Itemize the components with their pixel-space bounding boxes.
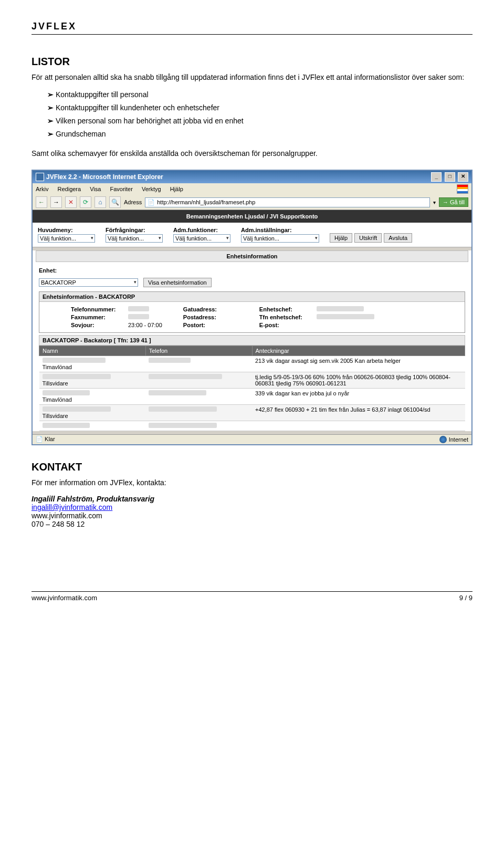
redacted-name <box>43 406 111 412</box>
th-ant: Anteckningar <box>252 346 465 356</box>
listor-bullets: Kontaktuppgifter till personal Kontaktup… <box>32 89 472 140</box>
table-caption: BACKATORP - Backatorp [ Tfn: 139 41 ] <box>39 335 465 346</box>
address-input[interactable]: 📄 http://herman/nhl_ljusdal/frameset.php <box>145 197 430 207</box>
go-button[interactable]: → Gå till <box>439 197 468 207</box>
utskrift-button[interactable]: Utskrift <box>354 233 382 243</box>
row-sub: Tillsvidare <box>43 380 68 386</box>
row-note: +42,87 flex 060930 + 21 tim flex från Ju… <box>252 405 465 421</box>
redacted-name <box>43 374 111 379</box>
stop-button[interactable]: ✕ <box>65 196 77 208</box>
listor-intro: För att personalen alltid ska ha snabb t… <box>32 72 472 83</box>
footer-url: www.jvinformatik.com <box>32 594 97 602</box>
close-button[interactable]: ✕ <box>458 172 468 182</box>
table-row: Timavlönad 213 vik dagar avsagt sig sem.… <box>39 356 465 372</box>
row-note: tj.ledig 5/9-05-19/3-06 60% 100% från 06… <box>252 372 465 389</box>
redacted-name <box>43 390 90 395</box>
go-arrow-icon: → <box>443 199 448 205</box>
th-telefon: Telefon <box>145 346 252 356</box>
forfragningar-select[interactable]: Välj funktion... <box>106 234 163 243</box>
admfunktioner-select[interactable]: Välj funktion... <box>173 234 230 243</box>
huvudmeny-select[interactable]: Välj funktion... <box>38 234 95 243</box>
info-val: 23:00 - 07:00 <box>128 322 162 328</box>
th-namn: Namn <box>39 346 146 356</box>
footer-page: 9 / 9 <box>459 594 472 602</box>
redacted-value <box>317 314 374 319</box>
table-row: Tillsvidare +42,87 flex 060930 + 21 tim … <box>39 405 465 421</box>
window-title: JVFlex 2.2 - Microsoft Internet Explorer <box>46 173 163 181</box>
ie-toolbar: ← → ✕ ⟳ ⌂ 🔍 Adress 📄 http://herman/nhl_l… <box>33 195 471 210</box>
refresh-button[interactable]: ⟳ <box>80 196 91 208</box>
kontakt-email[interactable]: ingalill@jvinformatik.com <box>32 503 112 511</box>
table-row: Timavlönad 339 vik dagar kan ev jobba ju… <box>39 389 465 405</box>
list-item: Grundscheman <box>47 129 472 140</box>
app-nav: Huvudmeny: Välj funktion... Förfrågninga… <box>33 223 471 247</box>
menu-arkiv[interactable]: Arkiv <box>36 186 48 192</box>
info-lab: Postort: <box>183 322 238 328</box>
internet-icon <box>439 436 447 443</box>
table-row <box>39 421 465 431</box>
menu-redigera[interactable]: Redigera <box>58 186 81 192</box>
kontakt-phone: 070 – 248 58 12 <box>32 520 85 528</box>
page-footer: www.jvinformatik.com 9 / 9 <box>32 591 472 602</box>
done-icon: 📄 <box>36 436 43 442</box>
enhet-select[interactable]: BACKATORP <box>39 278 138 287</box>
listor-heading: LISTOR <box>32 56 472 68</box>
window-buttons: _ □ ✕ <box>430 172 468 182</box>
redacted-name <box>43 423 90 428</box>
address-dropdown-icon[interactable]: ▾ <box>433 200 436 205</box>
back-button[interactable]: ← <box>36 196 47 208</box>
go-label: Gå till <box>450 199 465 205</box>
staff-table: Namn Telefon Anteckningar Timavlönad 213… <box>39 346 465 431</box>
redacted-value <box>317 306 364 311</box>
app-header: Bemanningsenheten Ljusdal / JVI Supportk… <box>33 210 471 223</box>
info-lab: Telefonnummer: <box>71 306 126 312</box>
ie-titlebar: JVFlex 2.2 - Microsoft Internet Explorer… <box>33 171 471 183</box>
minimize-button[interactable]: _ <box>431 172 442 182</box>
search-button[interactable]: 🔍 <box>109 196 121 208</box>
list-item: Vilken personal som har behörighet att j… <box>47 116 472 127</box>
menu-favoriter[interactable]: Favoriter <box>110 186 132 192</box>
kontakt-intro: För mer information om JVFlex, kontakta: <box>32 477 472 488</box>
page-header: JVFLEX <box>32 21 472 35</box>
row-note: 339 vik dagar kan ev jobba jul o nyår <box>252 389 465 405</box>
redacted-phone <box>149 374 222 379</box>
kontakt-web: www.jvinformatik.com <box>32 511 102 520</box>
row-sub: Timavlönad <box>43 396 72 403</box>
show-info-button[interactable]: Visa enhetsinformation <box>143 278 212 287</box>
address-label: Adress <box>124 199 142 205</box>
home-button[interactable]: ⌂ <box>94 196 106 208</box>
url-text: http://herman/nhl_ljusdal/frameset.php <box>157 199 255 205</box>
maximize-button[interactable]: □ <box>445 172 455 182</box>
list-item: Kontaktuppgifter till personal <box>47 89 472 100</box>
info-panel: Enhetsinformation - BACKATORP Telefonnum… <box>39 291 465 333</box>
adminstallningar-select[interactable]: Välj funktion... <box>241 234 319 243</box>
ie-window: JVFlex 2.2 - Microsoft Internet Explorer… <box>32 170 472 445</box>
redacted-phone <box>149 423 217 428</box>
kontakt-heading: KONTAKT <box>32 461 472 473</box>
redacted-phone <box>149 406 217 412</box>
menu-visa[interactable]: Visa <box>90 186 101 192</box>
nav-label-admf: Adm.funktioner: <box>173 227 230 233</box>
info-lab: Postadress: <box>183 314 238 320</box>
avsluta-button[interactable]: Avsluta <box>384 233 412 243</box>
row-sub: Tillsvidare <box>43 413 68 419</box>
menu-verktyg[interactable]: Verktyg <box>142 186 161 192</box>
info-lab: E-post: <box>259 322 314 328</box>
hjalp-button[interactable]: Hjälp <box>330 233 352 243</box>
enhet-label: Enhet: <box>39 267 57 274</box>
list-item: Kontaktuppgifter till kundenheter och en… <box>47 102 472 113</box>
info-lab: Sovjour: <box>71 322 126 328</box>
status-bar: 📄 Klar Internet <box>33 434 471 444</box>
info-lab: Tfn enhetschef: <box>259 314 314 320</box>
row-sub: Timavlönad <box>43 364 72 370</box>
nav-label-admi: Adm.inställningar: <box>241 227 319 233</box>
redacted-value <box>128 314 149 319</box>
row-note: 213 vik dagar avsagt sig sem.vik 2005 Ka… <box>252 356 465 372</box>
listor-outro: Samt olika schemavyer för enskilda anstä… <box>32 148 472 159</box>
forward-button[interactable]: → <box>50 196 62 208</box>
ie-menubar: Arkiv Redigera Visa Favoriter Verktyg Hj… <box>33 183 471 195</box>
info-panel-title: Enhetsinformation - BACKATORP <box>39 292 465 302</box>
menu-hjalp[interactable]: Hjälp <box>170 186 183 192</box>
info-lab: Faxnummer: <box>71 314 126 320</box>
ie-icon <box>36 173 44 181</box>
